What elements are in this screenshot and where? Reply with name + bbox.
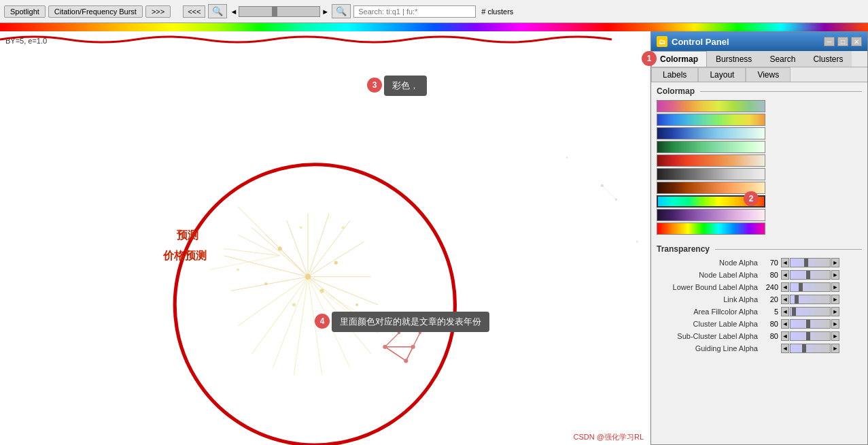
svg-line-4: [231, 277, 308, 291]
tab-colormap[interactable]: Colormap: [651, 51, 707, 67]
svg-point-32: [278, 246, 282, 250]
cp-title: 🗂 Control Panel: [657, 36, 729, 47]
maximize-button[interactable]: □: [837, 37, 848, 46]
svg-line-3: [224, 256, 308, 277]
tab-search[interactable]: Search: [761, 51, 804, 67]
guiding-line-alpha-slider[interactable]: ◄ ►: [781, 344, 839, 353]
colormap-row-6[interactable]: [657, 168, 765, 180]
tab-labels[interactable]: Labels: [651, 67, 698, 82]
svg-point-37: [300, 226, 302, 229]
tab-burstness[interactable]: Burstness: [707, 51, 761, 67]
slider-left-arrow[interactable]: ◄: [781, 258, 789, 267]
cluster-lable-alpha-slider[interactable]: ◄ ►: [781, 319, 839, 329]
sub-cluster-label-alpha-label: Sub-Cluster Label Alpha: [657, 332, 762, 340]
svg-point-48: [615, 199, 617, 201]
cp-window-buttons: ─ □ ✕: [824, 37, 862, 46]
main-area: BY=5, e=1.0: [0, 31, 868, 445]
control-panel: 🗂 Control Panel ─ □ ✕ 1 Colormap Burstne…: [650, 31, 868, 445]
tab-layout[interactable]: Layout: [698, 67, 746, 82]
colormap-row-2[interactable]: [657, 114, 765, 126]
minimize-button[interactable]: ─: [824, 37, 835, 46]
area-fillcolor-alpha-label: Area Fillcolor Alpha: [657, 308, 762, 316]
svg-line-7: [273, 277, 308, 368]
nav-back-button[interactable]: <<<: [183, 5, 205, 18]
transparency-controls: Node Alpha 70 ◄ ► Node Label Alpha 80 ◄: [651, 255, 867, 359]
svg-line-30: [413, 333, 420, 347]
transparency-row-cluster-lable-alpha: Cluster Lable Alpha 80 ◄ ►: [657, 319, 862, 329]
transparency-row-guiding-line-alpha: Guiding Line Alpha ◄ ►: [657, 344, 862, 353]
node-label-alpha-label: Node Label Alpha: [657, 271, 762, 279]
svg-point-41: [383, 345, 387, 349]
colormap-section-label: Colormap: [657, 86, 695, 96]
colormap-section-line: [700, 91, 862, 92]
more-button[interactable]: >>>: [145, 5, 171, 18]
tab-views[interactable]: Views: [746, 67, 791, 82]
annotation-badge-1: 1: [642, 51, 657, 66]
node-label-alpha-slider[interactable]: ◄ ►: [781, 270, 839, 280]
slider-thumb[interactable]: [272, 7, 277, 16]
svg-line-46: [602, 186, 617, 200]
lower-bound-label-alpha-slider[interactable]: ◄ ►: [781, 282, 839, 292]
zoom-in-button[interactable]: 🔍: [208, 4, 227, 18]
colormap-row-10[interactable]: [657, 222, 765, 235]
slider-track[interactable]: [790, 258, 831, 267]
svg-point-36: [264, 282, 267, 285]
watermark: CSDN @强化学习RL: [574, 432, 644, 442]
svg-line-15: [308, 242, 364, 277]
svg-point-42: [404, 359, 408, 363]
citation-burst-button[interactable]: Citation/Frequency Burst: [48, 5, 143, 18]
svg-line-13: [308, 277, 378, 305]
colormap-row-1[interactable]: [657, 100, 765, 112]
close-button[interactable]: ✕: [851, 37, 862, 46]
svg-line-24: [322, 291, 358, 312]
colormap-row-3[interactable]: [657, 127, 765, 139]
toolbar: Spotlight Citation/Frequency Burst >>> <…: [0, 0, 868, 23]
node-alpha-value: 70: [762, 259, 781, 267]
area-fillcolor-alpha-value: 5: [762, 308, 781, 316]
svg-line-6: [252, 277, 308, 354]
colormap-row-4[interactable]: [657, 141, 765, 153]
transparency-row-node-label-alpha: Node Label Alpha 80 ◄ ►: [657, 270, 862, 280]
svg-line-5: [238, 277, 308, 326]
svg-line-22: [224, 248, 279, 255]
transparency-row-sub-cluster-label-alpha: Sub-Cluster Label Alpha 80 ◄ ►: [657, 331, 862, 341]
lower-bound-label-alpha-value: 240: [762, 283, 781, 291]
node-alpha-slider[interactable]: ◄ ►: [781, 258, 839, 267]
svg-point-34: [292, 303, 296, 306]
svg-line-21: [238, 235, 280, 256]
spotlight-button[interactable]: Spotlight: [4, 5, 46, 18]
svg-line-19: [287, 220, 308, 276]
annotation-tooltip-3: 彩色，: [384, 76, 427, 96]
annotation-badge-3: 3: [367, 78, 382, 93]
svg-point-43: [411, 345, 415, 349]
slider-right-arrow[interactable]: ►: [831, 258, 839, 267]
colormap-grid: [651, 97, 867, 240]
node-alpha-label: Node Alpha: [657, 259, 762, 267]
svg-point-33: [320, 289, 324, 293]
search-input[interactable]: [353, 5, 476, 18]
slider-track[interactable]: [239, 6, 320, 17]
colormap-row-5[interactable]: [657, 154, 765, 167]
link-alpha-slider[interactable]: ◄ ►: [781, 295, 839, 304]
sub-cluster-label-alpha-slider[interactable]: ◄ ►: [781, 331, 839, 341]
area-fillcolor-alpha-slider[interactable]: ◄ ►: [781, 307, 839, 316]
cp-tabs-row1: Colormap Burstness Search Clusters: [651, 51, 867, 67]
guiding-line-alpha-label: Guiding Line Alpha: [657, 344, 762, 352]
tab-clusters[interactable]: Clusters: [804, 51, 852, 67]
node-label-alpha-value: 80: [762, 271, 781, 279]
slider-thumb[interactable]: [804, 259, 808, 267]
svg-line-2: [252, 228, 308, 277]
lower-bound-label-alpha-label: Lower Bound Label Alpha: [657, 283, 762, 291]
svg-line-26: [385, 347, 406, 361]
zoom-out-button[interactable]: 🔍: [332, 4, 351, 18]
svg-point-31: [305, 274, 311, 280]
sub-cluster-label-alpha-value: 80: [762, 332, 781, 340]
svg-point-35: [334, 261, 338, 264]
link-alpha-value: 20: [762, 295, 781, 303]
transparency-section-line: [715, 249, 862, 250]
colormap-row-9[interactable]: [657, 209, 765, 221]
svg-point-40: [355, 303, 358, 306]
colormap-section-header: Colormap: [651, 82, 867, 97]
clusters-label: # clusters: [481, 7, 513, 16]
transparency-section-header: Transparency: [651, 240, 867, 255]
